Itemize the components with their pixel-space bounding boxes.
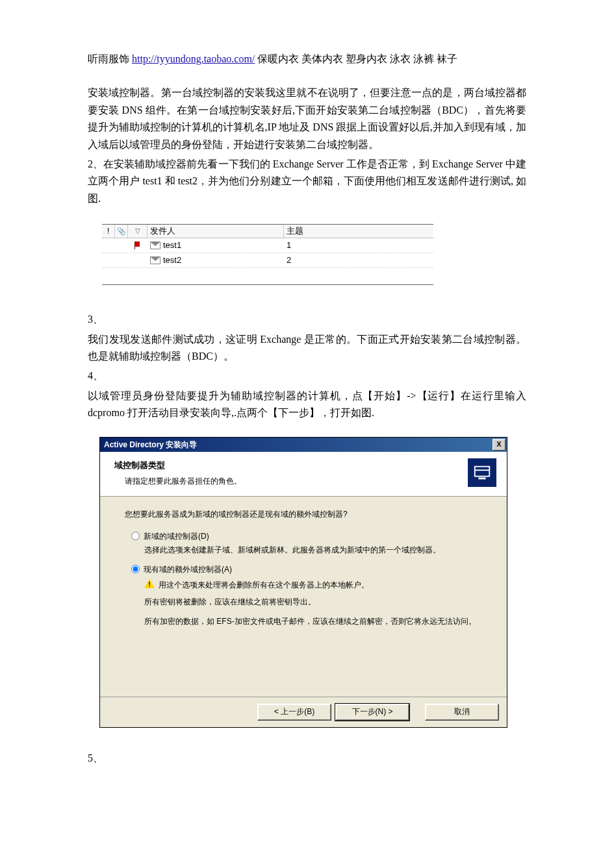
col-importance[interactable]: ! <box>102 225 115 238</box>
document-page: 听雨服饰 http://tyyundong.taobao.com/ 保暖内衣 美… <box>0 0 614 868</box>
wizard-header-icon <box>468 458 496 487</box>
wizard-header: 域控制器类型 请指定想要此服务器担任的角色。 <box>100 452 507 496</box>
header-prefix: 听雨服饰 <box>88 53 132 64</box>
warning-icon <box>144 579 155 588</box>
envelope-icon <box>150 256 160 264</box>
radio-new-domain-input[interactable] <box>131 532 140 540</box>
wizard-header-subtitle: 请指定想要此服务器担任的角色。 <box>114 475 242 488</box>
header-link[interactable]: http://tyyundong.taobao.com/ <box>132 53 255 64</box>
radio-new-domain[interactable]: 新域的域控制器(D) <box>131 530 487 543</box>
wizard-titlebar[interactable]: Active Directory 安装向导 X <box>100 438 507 452</box>
body-text-2: 3、 我们发现发送邮件测试成功，这证明 Exchange 是正常的。下面正式开始… <box>88 311 526 421</box>
body-text-3: 5、 <box>88 750 526 767</box>
col-attachment[interactable] <box>115 225 128 238</box>
col-subject-header[interactable]: 主题 <box>284 225 433 238</box>
radio-existing-domain-input[interactable] <box>131 565 140 573</box>
radio-new-domain-desc: 选择此选项来创建新子域、新域树或新林。此服务器将成为新域中的第一个域控制器。 <box>144 544 487 556</box>
mail-row[interactable]: test2 2 <box>102 253 433 268</box>
wizard-header-title: 域控制器类型 <box>114 458 242 472</box>
close-button[interactable]: X <box>492 439 505 451</box>
wizard-title: Active Directory 安装向导 <box>104 439 197 452</box>
wizard-footer: < 上一步(B) 下一步(N) > 取消 <box>100 697 507 727</box>
subject-cell: 2 <box>284 253 433 267</box>
wizard-body: 您想要此服务器成为新域的域控制器还是现有域的额外域控制器? 新域的域控制器(D)… <box>100 497 507 697</box>
body-text: 安装域控制器。第一台域控制器的安装我这里就不在说明了，但要注意一点的是，两台域控… <box>88 84 526 207</box>
mail-list-figure: ! ▽ 发件人 主题 test1 1 test2 2 <box>102 224 433 285</box>
svg-rect-0 <box>475 467 490 477</box>
radio-new-domain-label: 新域的域控制器(D) <box>144 530 209 543</box>
subject-cell: 1 <box>284 238 433 253</box>
col-sender-header[interactable]: 发件人 <box>147 225 284 238</box>
mail-header-row: ! ▽ 发件人 主题 <box>102 225 433 238</box>
sender-cell: test1 <box>163 238 181 252</box>
back-button[interactable]: < 上一步(B) <box>257 704 331 721</box>
paragraph-2: 2、在安装辅助域控器前先看一下我们的 Exchange Server 工作是否正… <box>88 156 526 207</box>
opt2-line3: 所有加密的数据，如 EFS-加密文件或电子邮件，应该在继续之前解密，否则它将永远… <box>144 615 487 627</box>
flag-icon <box>134 242 141 249</box>
cancel-button[interactable]: 取消 <box>425 704 499 721</box>
paragraph-4b: 以域管理员身份登陆要提升为辅助域控制器的计算机，点【开始】->【运行】在运行里输… <box>88 388 526 422</box>
paragraph-4a: 4、 <box>88 367 526 384</box>
paragraph-5: 5、 <box>88 750 526 767</box>
paragraph-1: 安装域控制器。第一台域控制器的安装我这里就不在说明了，但要注意一点的是，两台域控… <box>88 84 526 153</box>
header-suffix: 保暖内衣 美体内衣 塑身内衣 泳衣 泳裤 袜子 <box>255 53 457 64</box>
sort-icon: ▽ <box>135 226 140 237</box>
col-flag[interactable]: ▽ <box>128 225 147 238</box>
radio-existing-domain-label: 现有域的额外域控制器(A) <box>144 564 232 577</box>
radio-existing-domain[interactable]: 现有域的额外域控制器(A) <box>131 564 487 577</box>
opt2-line2: 所有密钥将被删除，应该在继续之前将密钥导出。 <box>144 596 487 608</box>
svg-rect-2 <box>478 478 485 480</box>
paragraph-3b: 我们发现发送邮件测试成功，这证明 Exchange 是正常的。下面正式开始安装第… <box>88 331 526 366</box>
sender-cell: test2 <box>163 253 181 267</box>
page-header: 听雨服饰 http://tyyundong.taobao.com/ 保暖内衣 美… <box>88 51 526 68</box>
warning-text: 用这个选项来处理将会删除所有在这个服务器上的本地帐户。 <box>159 579 369 592</box>
next-button[interactable]: 下一步(N) > <box>335 704 409 721</box>
envelope-icon <box>150 242 160 249</box>
mail-row[interactable]: test1 1 <box>102 238 433 253</box>
ad-install-wizard: Active Directory 安装向导 X 域控制器类型 请指定想要此服务器… <box>99 437 507 727</box>
wizard-question: 您想要此服务器成为新域的域控制器还是现有域的额外域控制器? <box>125 508 487 521</box>
paperclip-icon <box>117 224 126 238</box>
paragraph-3a: 3、 <box>88 311 526 328</box>
warning-row: 用这个选项来处理将会删除所有在这个服务器上的本地帐户。 <box>144 579 487 592</box>
